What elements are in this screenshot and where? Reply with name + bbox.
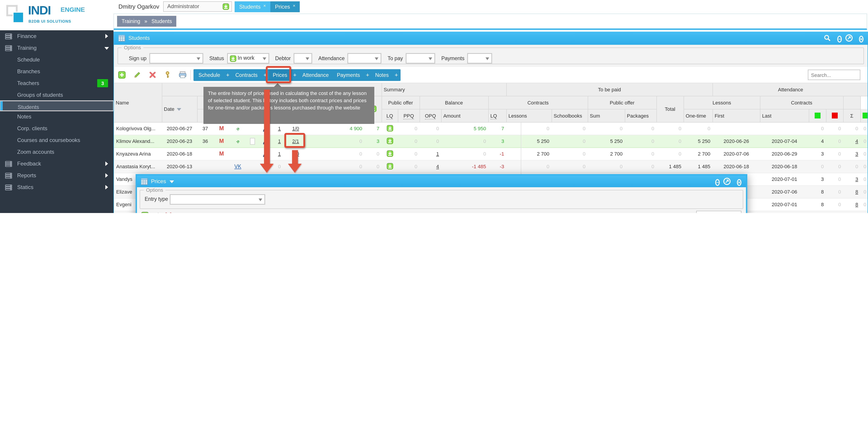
column-header-amount[interactable]: Amount: [441, 109, 488, 122]
add-subsection-button[interactable]: +: [224, 69, 231, 81]
column-header-one-time[interactable]: One-time: [684, 109, 712, 122]
column-header-opq[interactable]: OPQ: [420, 109, 441, 122]
edit-pencil-icon[interactable]: [153, 212, 160, 213]
filter-select-to-pay[interactable]: [406, 53, 435, 63]
column-header-lq[interactable]: LQ: [381, 109, 398, 122]
cell-lst: 2020-07-06: [760, 185, 809, 198]
sidebar-item-courses-and-coursebooks[interactable]: Courses and coursebooks: [0, 134, 114, 146]
cell-fst: 2020-06-26: [712, 135, 760, 147]
cell-n1[interactable]: 1: [273, 135, 286, 147]
sidebar-item-statics[interactable]: Statics: [0, 181, 114, 193]
table-row[interactable]: Knyazeva Arina2020-06-18M11/000010-12 70…: [114, 147, 868, 160]
notification-badge: 3: [97, 79, 108, 87]
filter-select-sign-up[interactable]: [150, 53, 203, 63]
add-icon[interactable]: [141, 212, 149, 213]
cell-sg[interactable]: 3: [843, 147, 860, 160]
subsection-button-contracts[interactable]: Contracts: [231, 69, 261, 81]
cell-sg[interactable]: 8: [843, 211, 860, 213]
cell-sg[interactable]: 4: [843, 135, 860, 147]
popup-search-input[interactable]: [696, 211, 741, 213]
sidebar-item-groups-of-students[interactable]: Groups of students: [0, 89, 114, 101]
subsection-button-schedule[interactable]: Schedule: [194, 69, 224, 81]
table-row[interactable]: Klimov Alexand...2020-06-2336M»12/103000…: [114, 135, 868, 147]
cell-r: 0: [826, 173, 843, 185]
edit-pencil-icon[interactable]: [133, 71, 141, 79]
sidebar-item-corp-clients[interactable]: Corp. clients: [0, 123, 114, 134]
delete-icon[interactable]: [149, 71, 156, 79]
table-row[interactable]: Kologrivova Olg...2020-06-2737M»11/04 90…: [114, 122, 868, 135]
restore-icon[interactable]: [723, 178, 731, 185]
role-select[interactable]: Administrator: [163, 1, 232, 12]
sidebar-item-finance[interactable]: Finance: [0, 30, 114, 42]
search-input[interactable]: [808, 70, 860, 80]
close-icon[interactable]: ×: [264, 3, 266, 8]
delete-icon[interactable]: [164, 212, 172, 213]
role-label: Administrator: [167, 3, 199, 9]
tab-students[interactable]: Students×: [235, 1, 270, 12]
cell-sg[interactable]: 3: [843, 173, 860, 185]
column-header-missed[interactable]: [826, 109, 843, 122]
entry-type-select[interactable]: [170, 194, 265, 205]
table-row[interactable]: Anastasia Koryt...2020-06-13VK00004-1 48…: [114, 160, 868, 173]
column-header-packages[interactable]: Packages: [625, 109, 656, 122]
breadcrumb[interactable]: Training » Students: [117, 16, 177, 27]
cell-n1[interactable]: 1: [273, 147, 286, 160]
column-header-last[interactable]: Last: [760, 109, 809, 122]
sidebar-item-feedback[interactable]: Feedback: [0, 158, 114, 170]
add-subsection-button[interactable]: +: [364, 69, 371, 81]
sidebar-menu: FinanceTrainingScheduleBranchesTeachers3…: [0, 30, 114, 213]
sidebar-item-training[interactable]: Training: [0, 42, 114, 54]
cell-sb: 0: [552, 135, 588, 147]
close-icon[interactable]: ×: [293, 3, 296, 8]
add-subsection-button[interactable]: +: [291, 69, 298, 81]
tab-label: Prices: [275, 4, 290, 10]
cell-n1[interactable]: 1: [273, 122, 286, 135]
sidebar-item-notes[interactable]: Notes: [0, 111, 114, 123]
filter-select-debtor[interactable]: [294, 53, 312, 63]
sidebar-item-reports[interactable]: Reports: [0, 170, 114, 181]
minimize-icon[interactable]: −: [715, 178, 720, 186]
cell-opq[interactable]: 1: [420, 147, 441, 160]
close-icon[interactable]: ×: [737, 178, 741, 186]
sidebar-item-branches[interactable]: Branches: [0, 66, 114, 77]
filter-key-icon[interactable]: [164, 71, 171, 79]
print-icon[interactable]: [179, 71, 187, 78]
subsection-button-payments[interactable]: Payments: [333, 69, 364, 81]
entry-type-label: Entry type: [145, 196, 168, 202]
column-header-sum[interactable]: Sum: [588, 109, 625, 122]
column-header-attended[interactable]: [809, 109, 826, 122]
subsection-button-notes[interactable]: Notes: [371, 69, 393, 81]
sidebar-item-teachers[interactable]: Teachers3: [0, 77, 114, 89]
collapse-icon[interactable]: −: [837, 34, 842, 42]
search-icon[interactable]: [824, 34, 831, 41]
cell-age: [197, 147, 213, 160]
restore-icon[interactable]: [845, 34, 852, 41]
filter-select-attendance[interactable]: [348, 53, 381, 63]
tab-prices[interactable]: Prices×: [270, 1, 300, 12]
cell-ic: [381, 122, 398, 135]
cell-opq[interactable]: 4: [420, 160, 441, 173]
cell-sg[interactable]: 8: [843, 185, 860, 198]
column-header-sigma[interactable]: Σ: [843, 109, 860, 122]
sidebar-item-zoom-accounts[interactable]: Zoom accounts: [0, 146, 114, 158]
column-header-total[interactable]: Total: [656, 96, 684, 122]
column-header-date[interactable]: Date: [162, 96, 197, 122]
column-header-ppq[interactable]: PPQ: [398, 109, 420, 122]
vk-link[interactable]: VK: [235, 164, 241, 169]
column-header-lessons[interactable]: Lessons: [506, 109, 552, 122]
sidebar-item-students[interactable]: Students: [0, 101, 114, 111]
column-header-first[interactable]: First: [712, 109, 760, 122]
popup-header[interactable]: Prices − ×: [137, 176, 746, 187]
filter-select-payments[interactable]: [468, 53, 492, 63]
subsection-button-attendance[interactable]: Attendance: [298, 69, 333, 81]
column-header-lq[interactable]: LQ: [488, 109, 506, 122]
close-icon[interactable]: ×: [859, 34, 864, 42]
add-icon[interactable]: [118, 71, 126, 79]
sidebar-item-label: Statics: [17, 181, 33, 193]
cell-sg[interactable]: 8: [843, 198, 860, 211]
column-header-name[interactable]: Name: [114, 83, 162, 122]
column-header-schoolbooks[interactable]: Schoolbooks: [552, 109, 588, 122]
add-subsection-button[interactable]: +: [393, 69, 400, 81]
sidebar-item-schedule[interactable]: Schedule: [0, 54, 114, 66]
filter-select-status[interactable]: In work: [227, 53, 269, 63]
